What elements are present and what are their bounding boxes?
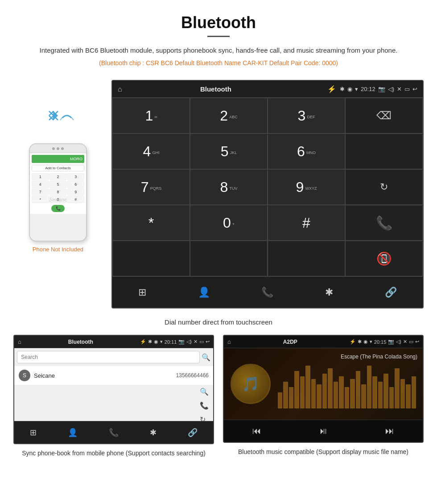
phone-mockup: MORO Add to Contacts 1 2 3 4 5 6 7 8 9 *…: [29, 143, 87, 242]
car-dial-screen: ⌂ Bluetooth ⚡ ✱ ◉ ▾ 20:12 📷 ◁) ✕ ▭ ↩ 1∞ …: [111, 80, 424, 308]
pb-side-phone-icon: 📞: [200, 401, 209, 410]
phone-dot-1: [52, 147, 55, 150]
play-pause-button[interactable]: ⏯: [319, 426, 328, 436]
dial-bottom-grid-icon[interactable]: ⊞: [138, 287, 146, 298]
dial-backspace-cell[interactable]: ⌫: [345, 98, 423, 133]
dial-empty-3: [190, 241, 268, 276]
dial-key-star[interactable]: *: [112, 205, 190, 241]
watermark: Seicane: [49, 197, 67, 202]
music-volume-icon: ◁): [396, 339, 401, 345]
music-back-icon: ↩: [415, 339, 419, 345]
pb-contact-number: 13566664466: [176, 372, 209, 379]
dial-key-4[interactable]: 4GHI: [112, 133, 190, 169]
phone-key-1: 1: [32, 173, 49, 180]
eq-bar: [311, 379, 316, 408]
eq-bar: [289, 387, 293, 408]
eq-bar: [283, 382, 288, 408]
dial-bottom-contacts-icon[interactable]: 👤: [198, 287, 210, 298]
phonebook-caption: Sync phone-book from mobile phone (Suppo…: [22, 449, 206, 458]
pb-back-icon: ↩: [206, 339, 210, 345]
pb-search-bar: 🔍: [14, 348, 213, 366]
eq-bar: [317, 384, 321, 408]
pb-bottom-grid-icon[interactable]: ⊞: [30, 428, 37, 437]
music-signal-icon: ▾: [370, 339, 372, 345]
pb-bottom-bar: ⊞ 👤 📞 ✱ 🔗: [14, 421, 213, 443]
eq-bar: [367, 366, 371, 408]
music-location-icon: ◉: [363, 339, 368, 345]
phone-key-star: *: [32, 196, 49, 203]
eq-bar: [350, 379, 355, 408]
pb-side-refresh-icon: ↻: [200, 415, 209, 424]
phone-green-bar: MORO: [32, 155, 84, 163]
dial-key-3[interactable]: 3DEF: [268, 98, 345, 133]
phone-bottom-row: 📞: [32, 205, 84, 212]
eq-bar: [378, 382, 383, 408]
eq-bar: [406, 384, 410, 408]
eq-bar: [356, 371, 360, 408]
eq-bar: [400, 379, 405, 408]
dial-key-1[interactable]: 1∞: [112, 98, 190, 133]
bluetooth-specs: (Bluetooth chip : CSR BC6 Default Blueto…: [18, 59, 419, 67]
window-icon: ▭: [404, 86, 410, 92]
phone-dot-2: [57, 147, 59, 150]
next-track-button[interactable]: ⏭: [385, 426, 394, 436]
pb-side-icons: 🔍 📞 ↻: [14, 385, 213, 421]
pb-search-icon: 🔍: [202, 353, 210, 362]
eq-bar: [345, 387, 349, 408]
eq-bar: [339, 376, 343, 408]
dial-empty-4: [268, 241, 345, 276]
phone-top-bar: [30, 144, 86, 153]
prev-track-button[interactable]: ⏮: [252, 426, 261, 436]
dial-call-red-cell[interactable]: 📵: [345, 241, 423, 276]
dial-call-green-cell[interactable]: 📞: [345, 205, 423, 241]
dial-key-5[interactable]: 5JKL: [190, 133, 268, 169]
pb-x-icon: ✕: [194, 339, 198, 345]
pb-bottom-phone-icon[interactable]: 📞: [109, 428, 119, 437]
pb-contact-avatar: S: [19, 370, 30, 381]
phone-key-2: 2: [49, 173, 67, 180]
dial-key-6[interactable]: 6MNO: [268, 133, 345, 169]
dial-key-hash[interactable]: #: [268, 205, 345, 241]
dial-key-0[interactable]: 0+: [190, 205, 268, 241]
dial-key-9[interactable]: 9WXYZ: [268, 169, 345, 205]
pb-search-input[interactable]: [17, 351, 200, 363]
music-content: 🎵 Escape (The Pina Colada Song): [224, 348, 423, 420]
dial-key-8[interactable]: 8TUV: [190, 169, 268, 205]
title-divider: [207, 36, 230, 37]
eq-bar: [412, 376, 416, 408]
volume-icon: ◁): [388, 86, 394, 92]
status-right-icons: ✱ ◉ ▾ 20:12 📷 ◁) ✕ ▭ ↩: [340, 86, 417, 92]
phonebook-screen: ⌂ Bluetooth ⚡ ✱ ◉ ▾ 20:11 📷 ◁) ✕ ▭ ↩: [13, 335, 214, 444]
usb-icon: ⚡: [327, 85, 336, 93]
camera-icon: 📷: [378, 86, 385, 92]
music-home-icon: ⌂: [227, 338, 231, 345]
pb-contact-item[interactable]: S Seicane 13566664466: [14, 366, 213, 385]
pb-status-bar: ⌂ Bluetooth ⚡ ✱ ◉ ▾ 20:11 📷 ◁) ✕ ▭ ↩: [14, 336, 213, 348]
dial-refresh-cell[interactable]: ↻: [345, 169, 423, 205]
music-status-right: ✱ ◉ ▾ 20:15 📷 ◁) ✕ ▭ ↩: [358, 339, 419, 345]
phone-key-8: 8: [49, 188, 67, 196]
eq-bar: [383, 374, 388, 408]
pb-bottom-contacts-icon[interactable]: 👤: [68, 428, 78, 437]
dial-status-bar: ⌂ Bluetooth ⚡ ✱ ◉ ▾ 20:12 📷 ◁) ✕ ▭ ↩: [112, 81, 423, 98]
dial-key-7[interactable]: 7PQRS: [112, 169, 190, 205]
pb-bottom-link-icon[interactable]: 🔗: [188, 428, 198, 437]
eq-bar: [361, 384, 366, 408]
phonebook-screen-wrap: ⌂ Bluetooth ⚡ ✱ ◉ ▾ 20:11 📷 ◁) ✕ ▭ ↩: [13, 335, 214, 458]
bluetooth-waves-icon: [40, 107, 76, 139]
pb-contact-list: S Seicane 13566664466: [14, 366, 213, 385]
dial-bottom-phone-icon[interactable]: 📞: [261, 287, 273, 298]
dial-bottom-bt-icon[interactable]: ✱: [325, 287, 333, 298]
dial-empty-1: [345, 133, 423, 169]
eq-bar: [294, 371, 299, 408]
eq-bars: [278, 355, 416, 413]
pb-bottom-bt-icon[interactable]: ✱: [150, 428, 157, 437]
dial-bottom-link-icon[interactable]: 🔗: [385, 287, 397, 298]
phone-key-4: 4: [32, 181, 49, 188]
dial-empty-2: [112, 241, 190, 276]
music-bt-icon: ✱: [358, 339, 362, 345]
dial-key-2[interactable]: 2ABC: [190, 98, 268, 133]
music-note-icon: 🎵: [242, 375, 260, 392]
pb-contact-name: Seicane: [34, 372, 173, 379]
music-song-title: Escape (The Pina Colada Song): [341, 354, 417, 360]
